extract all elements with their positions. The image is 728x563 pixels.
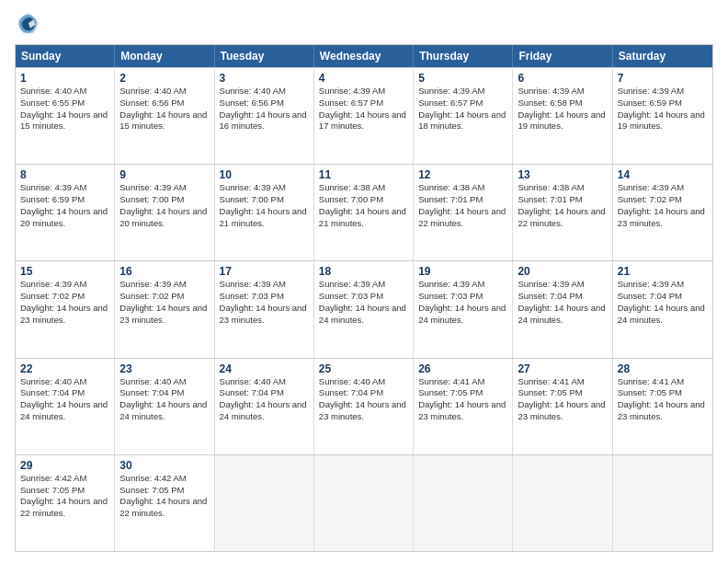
day-number: 6 — [518, 72, 607, 85]
cell-info: Sunrise: 4:38 AMSunset: 7:01 PMDaylight:… — [418, 182, 507, 229]
calendar: SundayMondayTuesdayWednesdayThursdayFrid… — [15, 44, 713, 552]
day-cell-12: 12Sunrise: 4:38 AMSunset: 7:01 PMDayligh… — [414, 165, 513, 260]
cell-info: Sunrise: 4:39 AMSunset: 6:58 PMDaylight:… — [518, 86, 607, 132]
cell-info: Sunrise: 4:42 AMSunset: 7:05 PMDaylight:… — [20, 473, 109, 520]
header-day-saturday: Saturday — [613, 45, 712, 67]
empty-cell — [613, 455, 712, 551]
day-cell-19: 19Sunrise: 4:39 AMSunset: 7:03 PMDayligh… — [414, 261, 513, 357]
header — [15, 11, 713, 37]
day-number: 29 — [20, 459, 109, 472]
empty-cell — [414, 455, 513, 551]
calendar-row-1: 1Sunrise: 4:40 AMSunset: 6:55 PMDaylight… — [16, 67, 712, 164]
day-cell-2: 2Sunrise: 4:40 AMSunset: 6:56 PMDaylight… — [115, 68, 214, 164]
page: SundayMondayTuesdayWednesdayThursdayFrid… — [0, 0, 728, 563]
empty-cell — [314, 455, 414, 551]
day-number: 28 — [618, 362, 708, 375]
empty-cell — [513, 455, 612, 551]
day-cell-9: 9Sunrise: 4:39 AMSunset: 7:00 PMDaylight… — [115, 165, 214, 260]
cell-info: Sunrise: 4:39 AMSunset: 6:59 PMDaylight:… — [20, 182, 109, 229]
header-day-sunday: Sunday — [16, 45, 115, 67]
day-number: 18 — [319, 265, 408, 278]
cell-info: Sunrise: 4:39 AMSunset: 6:57 PMDaylight:… — [319, 86, 408, 132]
day-cell-17: 17Sunrise: 4:39 AMSunset: 7:03 PMDayligh… — [215, 261, 314, 357]
cell-info: Sunrise: 4:40 AMSunset: 7:04 PMDaylight:… — [119, 376, 209, 423]
cell-info: Sunrise: 4:39 AMSunset: 7:02 PMDaylight:… — [618, 182, 708, 229]
day-number: 21 — [618, 265, 708, 278]
header-day-thursday: Thursday — [414, 45, 513, 67]
logo-icon — [15, 11, 40, 37]
day-cell-26: 26Sunrise: 4:41 AMSunset: 7:05 PMDayligh… — [414, 359, 513, 454]
day-number: 16 — [119, 265, 209, 278]
cell-info: Sunrise: 4:40 AMSunset: 7:04 PMDaylight:… — [220, 376, 309, 423]
cell-info: Sunrise: 4:39 AMSunset: 7:00 PMDaylight:… — [220, 182, 309, 229]
day-cell-24: 24Sunrise: 4:40 AMSunset: 7:04 PMDayligh… — [215, 359, 314, 454]
day-number: 27 — [518, 362, 607, 375]
cell-info: Sunrise: 4:41 AMSunset: 7:05 PMDaylight:… — [618, 376, 708, 423]
day-cell-10: 10Sunrise: 4:39 AMSunset: 7:00 PMDayligh… — [215, 165, 314, 260]
cell-info: Sunrise: 4:39 AMSunset: 6:59 PMDaylight:… — [618, 86, 708, 132]
empty-cell — [215, 455, 314, 551]
day-cell-7: 7Sunrise: 4:39 AMSunset: 6:59 PMDaylight… — [613, 68, 712, 164]
cell-info: Sunrise: 4:39 AMSunset: 7:04 PMDaylight:… — [618, 279, 708, 326]
cell-info: Sunrise: 4:39 AMSunset: 7:04 PMDaylight:… — [518, 279, 607, 326]
cell-info: Sunrise: 4:41 AMSunset: 7:05 PMDaylight:… — [418, 376, 507, 423]
day-cell-25: 25Sunrise: 4:40 AMSunset: 7:04 PMDayligh… — [314, 359, 414, 454]
day-cell-5: 5Sunrise: 4:39 AMSunset: 6:57 PMDaylight… — [414, 68, 513, 164]
cell-info: Sunrise: 4:40 AMSunset: 7:04 PMDaylight:… — [319, 376, 408, 423]
day-number: 26 — [418, 362, 507, 375]
cell-info: Sunrise: 4:40 AMSunset: 6:56 PMDaylight:… — [220, 86, 309, 132]
day-number: 2 — [119, 72, 209, 85]
day-cell-23: 23Sunrise: 4:40 AMSunset: 7:04 PMDayligh… — [115, 359, 214, 454]
day-number: 4 — [319, 72, 408, 85]
day-number: 11 — [319, 168, 408, 181]
cell-info: Sunrise: 4:40 AMSunset: 6:55 PMDaylight:… — [20, 86, 109, 132]
day-number: 7 — [618, 72, 708, 85]
header-day-wednesday: Wednesday — [314, 45, 414, 67]
cell-info: Sunrise: 4:39 AMSunset: 7:03 PMDaylight:… — [220, 279, 309, 326]
day-number: 15 — [20, 265, 109, 278]
day-cell-13: 13Sunrise: 4:38 AMSunset: 7:01 PMDayligh… — [513, 165, 612, 260]
day-number: 14 — [618, 168, 708, 181]
day-cell-22: 22Sunrise: 4:40 AMSunset: 7:04 PMDayligh… — [16, 359, 115, 454]
day-cell-14: 14Sunrise: 4:39 AMSunset: 7:02 PMDayligh… — [613, 165, 712, 260]
header-day-monday: Monday — [115, 45, 214, 67]
day-cell-29: 29Sunrise: 4:42 AMSunset: 7:05 PMDayligh… — [16, 455, 115, 551]
day-cell-16: 16Sunrise: 4:39 AMSunset: 7:02 PMDayligh… — [115, 261, 214, 357]
day-number: 10 — [220, 168, 309, 181]
cell-info: Sunrise: 4:38 AMSunset: 7:00 PMDaylight:… — [319, 182, 408, 229]
day-number: 22 — [20, 362, 109, 375]
day-number: 3 — [220, 72, 309, 85]
calendar-row-4: 22Sunrise: 4:40 AMSunset: 7:04 PMDayligh… — [16, 358, 712, 454]
day-number: 13 — [518, 168, 607, 181]
cell-info: Sunrise: 4:39 AMSunset: 7:03 PMDaylight:… — [418, 279, 507, 326]
day-cell-6: 6Sunrise: 4:39 AMSunset: 6:58 PMDaylight… — [513, 68, 612, 164]
cell-info: Sunrise: 4:39 AMSunset: 7:02 PMDaylight:… — [20, 279, 109, 326]
logo — [15, 11, 44, 37]
cell-info: Sunrise: 4:39 AMSunset: 7:02 PMDaylight:… — [119, 279, 209, 326]
calendar-row-3: 15Sunrise: 4:39 AMSunset: 7:02 PMDayligh… — [16, 260, 712, 357]
calendar-row-5: 29Sunrise: 4:42 AMSunset: 7:05 PMDayligh… — [16, 454, 712, 551]
day-number: 23 — [119, 362, 209, 375]
day-cell-20: 20Sunrise: 4:39 AMSunset: 7:04 PMDayligh… — [513, 261, 612, 357]
day-number: 5 — [418, 72, 507, 85]
day-number: 19 — [418, 265, 507, 278]
day-cell-21: 21Sunrise: 4:39 AMSunset: 7:04 PMDayligh… — [613, 261, 712, 357]
header-day-tuesday: Tuesday — [215, 45, 314, 67]
day-cell-4: 4Sunrise: 4:39 AMSunset: 6:57 PMDaylight… — [314, 68, 414, 164]
cell-info: Sunrise: 4:40 AMSunset: 7:04 PMDaylight:… — [20, 376, 109, 423]
day-cell-28: 28Sunrise: 4:41 AMSunset: 7:05 PMDayligh… — [613, 359, 712, 454]
day-cell-27: 27Sunrise: 4:41 AMSunset: 7:05 PMDayligh… — [513, 359, 612, 454]
cell-info: Sunrise: 4:39 AMSunset: 6:57 PMDaylight:… — [418, 86, 507, 132]
day-number: 24 — [220, 362, 309, 375]
day-number: 1 — [20, 72, 109, 85]
header-day-friday: Friday — [513, 45, 612, 67]
day-cell-11: 11Sunrise: 4:38 AMSunset: 7:00 PMDayligh… — [314, 165, 414, 260]
day-cell-3: 3Sunrise: 4:40 AMSunset: 6:56 PMDaylight… — [215, 68, 314, 164]
day-cell-15: 15Sunrise: 4:39 AMSunset: 7:02 PMDayligh… — [16, 261, 115, 357]
day-number: 20 — [518, 265, 607, 278]
cell-info: Sunrise: 4:40 AMSunset: 6:56 PMDaylight:… — [119, 86, 209, 132]
calendar-row-2: 8Sunrise: 4:39 AMSunset: 6:59 PMDaylight… — [16, 164, 712, 260]
day-number: 25 — [319, 362, 408, 375]
day-cell-8: 8Sunrise: 4:39 AMSunset: 6:59 PMDaylight… — [16, 165, 115, 260]
day-cell-18: 18Sunrise: 4:39 AMSunset: 7:03 PMDayligh… — [314, 261, 414, 357]
